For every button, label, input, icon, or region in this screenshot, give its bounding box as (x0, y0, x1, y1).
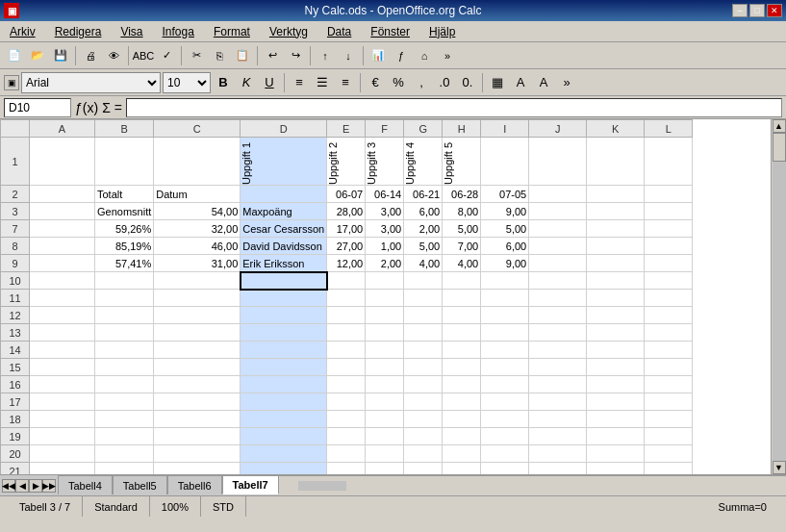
cell-G8[interactable]: 5,00 (404, 238, 443, 255)
cell-I2[interactable]: 07-05 (481, 186, 529, 203)
menu-fonster[interactable]: Fönster (365, 23, 416, 40)
cell-C8[interactable]: 46,00 (154, 238, 241, 255)
sort-asc-button[interactable]: ↑ (315, 45, 336, 66)
open-button[interactable]: 📂 (27, 45, 48, 66)
print-button[interactable]: 🖨 (80, 45, 101, 66)
cell-C1[interactable] (154, 138, 241, 186)
cell-reference-input[interactable]: D10 (4, 98, 71, 117)
cell-B2[interactable]: Totalt (95, 186, 154, 203)
cell-A7[interactable] (30, 220, 95, 238)
col-header-D[interactable]: D (241, 120, 327, 138)
cell-A8[interactable] (30, 238, 95, 255)
cell-F11[interactable] (366, 290, 404, 307)
col-header-G[interactable]: G (404, 120, 443, 138)
col-header-J[interactable]: J (529, 120, 587, 138)
col-header-A[interactable]: A (30, 120, 95, 138)
cell-I10[interactable] (481, 272, 529, 290)
cell-K10[interactable] (587, 272, 645, 290)
menu-verktyg[interactable]: Verktyg (264, 23, 314, 40)
fontsize-selector[interactable]: 10 (163, 72, 211, 93)
cell-K7[interactable] (587, 220, 645, 238)
copy-button[interactable]: ⎘ (209, 45, 230, 66)
cell-K2[interactable] (587, 186, 645, 203)
col-header-C[interactable]: C (154, 120, 241, 138)
paste-button[interactable]: 📋 (232, 45, 253, 66)
cell-B7[interactable]: 59,26% (95, 220, 154, 238)
cell-F3[interactable]: 3,00 (366, 203, 404, 220)
cell-E11[interactable] (327, 290, 366, 307)
cell-B3[interactable]: Genomsnitt (95, 203, 154, 220)
equals-icon[interactable]: = (114, 100, 122, 115)
cell-H2[interactable]: 06-28 (443, 186, 481, 203)
sigma-icon[interactable]: Σ (102, 100, 111, 115)
cell-F1[interactable]: Uppgift 3 (366, 138, 404, 186)
maximize-button[interactable]: □ (749, 4, 765, 17)
cell-G11[interactable] (404, 290, 443, 307)
save-button[interactable]: 💾 (50, 45, 71, 66)
cell-D8[interactable]: David Davidsson (241, 238, 327, 255)
scroll-down-button[interactable]: ▼ (773, 461, 786, 474)
cell-H1[interactable]: Uppgift 5 (443, 138, 481, 186)
cell-F8[interactable]: 1,00 (366, 238, 404, 255)
cell-I1[interactable] (481, 138, 529, 186)
cell-G9[interactable]: 4,00 (404, 255, 443, 272)
decimal-dec-button[interactable]: 0. (457, 72, 478, 93)
sheet-tab-tabell4[interactable]: Tabell4 (58, 475, 113, 494)
cell-E7[interactable]: 17,00 (327, 220, 366, 238)
percent-button[interactable]: % (388, 72, 409, 93)
col-header-I[interactable]: I (481, 120, 529, 138)
menu-redigera[interactable]: Redigera (49, 23, 108, 40)
cell-D10[interactable] (241, 272, 327, 290)
align-left-button[interactable]: ≡ (289, 72, 310, 93)
cell-F7[interactable]: 3,00 (366, 220, 404, 238)
close-button[interactable]: ✕ (767, 4, 782, 17)
cell-H9[interactable]: 4,00 (443, 255, 481, 272)
cell-G10[interactable] (404, 272, 443, 290)
cell-A12[interactable] (30, 307, 95, 324)
cell-K8[interactable] (587, 238, 645, 255)
insert-func-button[interactable]: ƒ (391, 45, 412, 66)
cell-D3[interactable]: Maxpoäng (241, 203, 327, 220)
cell-A2[interactable] (30, 186, 95, 203)
scroll-up-button[interactable]: ▲ (773, 119, 786, 133)
border-button[interactable]: ▦ (487, 72, 508, 93)
cell-A10[interactable] (30, 272, 95, 290)
cell-L3[interactable] (645, 203, 693, 220)
sort-desc-button[interactable]: ↓ (338, 45, 359, 66)
cell-L11[interactable] (645, 290, 693, 307)
spell-button[interactable]: ABC (133, 45, 154, 66)
underline-button[interactable]: U (259, 72, 280, 93)
align-right-button[interactable]: ≡ (335, 72, 356, 93)
cell-G1[interactable]: Uppgift 4 (404, 138, 443, 186)
sheet-tab-tabell6[interactable]: Tabell6 (167, 475, 222, 494)
cell-H8[interactable]: 7,00 (443, 238, 481, 255)
cell-E8[interactable]: 27,00 (327, 238, 366, 255)
menu-data[interactable]: Data (321, 23, 357, 40)
sheet-tab-tabell5[interactable]: Tabell5 (113, 475, 167, 494)
col-header-E[interactable]: E (327, 120, 366, 138)
cell-J3[interactable] (529, 203, 587, 220)
more-button[interactable]: » (437, 45, 458, 66)
cell-J9[interactable] (529, 255, 587, 272)
cell-D7[interactable]: Cesar Cesarsson (241, 220, 327, 238)
bold-button[interactable]: B (213, 72, 234, 93)
cell-D1[interactable]: Uppgift 1 (241, 138, 327, 186)
cell-I3[interactable]: 9,00 (481, 203, 529, 220)
italic-button[interactable]: K (236, 72, 257, 93)
cell-B9[interactable]: 57,41% (95, 255, 154, 272)
cell-H10[interactable] (443, 272, 481, 290)
insert-name-button[interactable]: ⌂ (414, 45, 435, 66)
menu-visa[interactable]: Visa (114, 23, 148, 40)
cell-F10[interactable] (366, 272, 404, 290)
currency-button[interactable]: € (365, 72, 386, 93)
menu-hjalp[interactable]: Hjälp (423, 23, 461, 40)
sheet-tab-tabell7[interactable]: Tabell7 (222, 475, 279, 494)
cell-J2[interactable] (529, 186, 587, 203)
cell-H11[interactable] (443, 290, 481, 307)
font-color-button[interactable]: A (533, 72, 554, 93)
scroll-track-v[interactable] (773, 133, 786, 461)
cell-F2[interactable]: 06-14 (366, 186, 404, 203)
cell-A3[interactable] (30, 203, 95, 220)
cell-L10[interactable] (645, 272, 693, 290)
cell-L9[interactable] (645, 255, 693, 272)
